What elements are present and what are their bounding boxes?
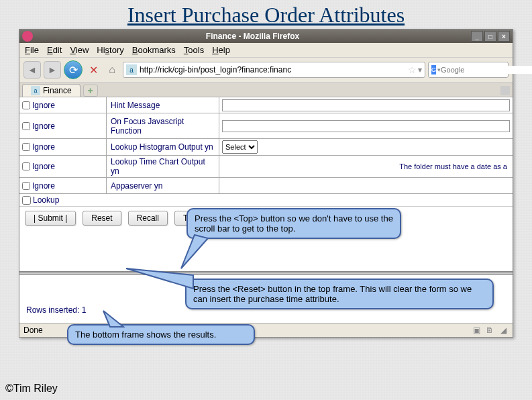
menu-tools[interactable]: Tools [184,45,204,55]
onfocus-input[interactable] [222,120,510,132]
ignore-checkbox[interactable] [22,122,30,130]
forward-button[interactable]: ► [44,61,61,79]
status-icon-1: ▣ [471,325,482,336]
window-titlebar: Finance - Mozilla Firefox _ □ × [19,30,513,43]
submit-button[interactable]: | Submit | [25,211,76,226]
menu-file[interactable]: File [25,45,39,55]
search-input[interactable] [441,66,532,74]
minimize-button[interactable]: _ [471,31,483,42]
google-icon: G [431,65,436,74]
maximize-button[interactable]: □ [484,31,496,42]
callout-bottom-frame: The bottom frame shows the results. [67,324,255,345]
histogram-select[interactable]: Select [222,140,258,154]
home-button[interactable]: ⌂ [104,62,120,78]
menu-bookmarks[interactable]: Bookmarks [132,45,176,55]
bookmark-star-icon[interactable]: ☆ [408,64,417,75]
form-frame: Ignore Hint Message Ignore On Focus Java… [19,97,513,271]
new-tab-button[interactable]: + [83,85,98,97]
menu-view[interactable]: View [70,45,89,55]
ignore-checkbox[interactable] [22,143,30,151]
tab-label: Finance [43,86,72,95]
reload-button[interactable]: ⟳ [64,60,83,79]
ignore-label: Ignore [32,162,55,171]
back-button[interactable]: ◄ [23,61,41,79]
callout-tail-icon [103,311,130,327]
field-note: The folder must have a date as a [399,162,507,170]
tabbar: a Finance + [19,83,513,97]
field-label: Lookup Time Chart Output yn [107,156,219,177]
status-icon-2: 🗎 [484,325,495,336]
ignore-label: Ignore [32,142,55,152]
close-button[interactable]: × [498,31,510,42]
field-label: Appaserver yn [107,178,219,193]
callout-tail-icon [126,265,193,292]
hint-message-input[interactable] [222,99,510,111]
svg-marker-0 [181,235,208,268]
lookup-checkbox[interactable] [22,196,31,205]
url-input[interactable] [140,65,408,74]
callout-reset-button: Press the <Reset> button in the top fram… [185,279,494,309]
reset-button[interactable]: Reset [83,211,121,226]
ignore-label: Ignore [32,121,55,131]
sidebar-toggle-icon[interactable] [500,86,510,95]
dropdown-icon[interactable]: ▾ [418,65,422,74]
slide-title: Insert Purchase Order Attributes [0,0,532,29]
copyright-text: ©Tim Riley [5,383,58,395]
ignore-label: Ignore [32,181,55,191]
recall-button[interactable]: Recall [128,211,168,226]
toolbar: ◄ ► ⟳ ✕ ⌂ a ☆ ▾ G ▾ 🔍 [19,58,513,83]
menu-history[interactable]: History [97,45,123,55]
resize-grip-icon[interactable]: ◢ [498,325,509,336]
svg-marker-1 [126,268,193,289]
svg-marker-2 [103,311,123,327]
ignore-label: Ignore [32,101,55,110]
search-box[interactable]: G ▾ 🔍 [428,62,509,78]
firefox-icon [22,31,33,42]
ignore-checkbox[interactable] [22,101,30,109]
menubar: File Edit View History Bookmarks Tools H… [19,43,513,58]
site-icon: a [126,64,137,75]
field-label: On Focus Javascript Function [107,113,219,138]
ignore-checkbox[interactable] [22,182,30,190]
ignore-checkbox[interactable] [22,162,30,170]
tab-finance[interactable]: a Finance [22,84,81,97]
tab-site-icon: a [31,86,40,95]
field-label: Lookup Histogram Output yn [107,139,219,155]
lookup-label: Lookup [33,195,59,205]
callout-tail-icon [181,235,215,268]
stop-button[interactable]: ✕ [85,62,101,78]
url-bar[interactable]: a ☆ ▾ [123,62,425,78]
menu-help[interactable]: Help [212,45,230,55]
window-title: Finance - Mozilla Firefox [36,32,470,41]
field-label: Hint Message [107,97,219,113]
menu-edit[interactable]: Edit [47,45,62,55]
callout-top-button: Press the <Top> button so we don't have … [187,208,401,239]
